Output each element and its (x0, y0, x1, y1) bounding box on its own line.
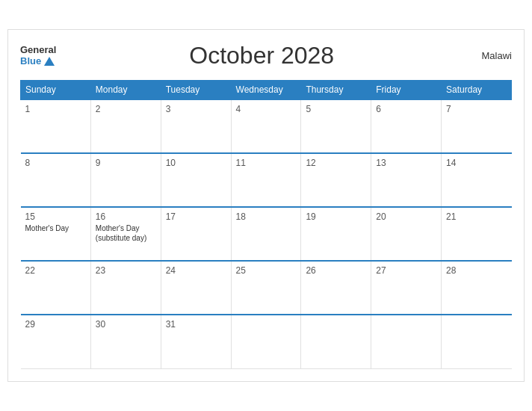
logo-general-text: General (20, 45, 56, 55)
calendar-cell: 22 (21, 261, 91, 315)
country-label: Malawi (467, 50, 512, 61)
logo-triangle-icon (44, 57, 55, 66)
calendar-cell: 6 (371, 99, 442, 153)
calendar-cell: 15Mother's Day (21, 207, 91, 261)
calendar-cell: 18 (231, 207, 301, 261)
day-number: 29 (25, 319, 86, 330)
calendar-cell: 17 (161, 207, 231, 261)
day-number: 23 (96, 265, 156, 276)
week-row-3: 15Mother's Day16Mother's Day (substitute… (21, 207, 512, 261)
calendar-cell: 30 (90, 315, 161, 368)
week-row-2: 891011121314 (21, 153, 512, 207)
calendar-cell: 28 (442, 261, 512, 315)
calendar-cell: 3 (161, 99, 231, 153)
day-number: 3 (166, 104, 226, 114)
calendar-cell (442, 315, 512, 368)
day-number: 22 (25, 265, 86, 276)
day-number: 27 (376, 265, 436, 276)
calendar-cell: 7 (442, 99, 512, 153)
calendar-title: October 2028 (56, 42, 467, 69)
day-number: 18 (236, 211, 297, 222)
day-number: 12 (306, 158, 366, 168)
holiday-label: Mother's Day (25, 223, 86, 233)
header-sunday: Sunday (21, 81, 91, 100)
calendar-cell: 29 (21, 315, 91, 368)
calendar-header: General Blue October 2028 Malawi (20, 42, 512, 69)
day-number: 20 (376, 211, 436, 222)
calendar-cell: 26 (301, 261, 371, 315)
calendar-container: General Blue October 2028 Malawi Sunday … (7, 29, 525, 382)
calendar-cell: 16Mother's Day (substitute day) (90, 207, 161, 261)
calendar-cell: 1 (21, 99, 91, 153)
calendar-cell: 21 (442, 207, 512, 261)
day-number: 11 (236, 158, 297, 168)
header-tuesday: Tuesday (161, 81, 231, 100)
day-number: 31 (166, 319, 226, 330)
calendar-cell: 20 (371, 207, 442, 261)
day-number: 7 (446, 104, 507, 114)
calendar-cell: 2 (90, 99, 161, 153)
holiday-label: Mother's Day (substitute day) (96, 223, 156, 243)
calendar-cell: 25 (231, 261, 301, 315)
week-row-4: 22232425262728 (21, 261, 512, 315)
calendar-cell (231, 315, 301, 368)
day-number: 4 (236, 104, 297, 114)
day-number: 30 (96, 319, 156, 330)
calendar-cell: 8 (21, 153, 91, 207)
day-number: 25 (236, 265, 297, 276)
calendar-cell: 11 (231, 153, 301, 207)
days-header-row: Sunday Monday Tuesday Wednesday Thursday… (21, 81, 512, 100)
day-number: 14 (446, 158, 507, 168)
day-number: 13 (376, 158, 436, 168)
day-number: 21 (446, 211, 507, 222)
week-row-5: 293031 (21, 315, 512, 368)
calendar-cell: 5 (301, 99, 371, 153)
day-number: 2 (96, 104, 156, 114)
logo-blue-text: Blue (20, 56, 41, 67)
calendar-cell: 13 (371, 153, 442, 207)
day-number: 17 (166, 211, 226, 222)
day-number: 15 (25, 211, 86, 222)
day-number: 28 (446, 265, 507, 276)
day-number: 19 (306, 211, 366, 222)
day-number: 1 (25, 104, 86, 114)
header-thursday: Thursday (301, 81, 371, 100)
calendar-cell (371, 315, 442, 368)
day-number: 24 (166, 265, 226, 276)
day-number: 6 (376, 104, 436, 114)
calendar-cell: 23 (90, 261, 161, 315)
calendar-cell: 27 (371, 261, 442, 315)
logo: General Blue (20, 45, 56, 67)
calendar-cell: 31 (161, 315, 231, 368)
day-number: 26 (306, 265, 366, 276)
header-friday: Friday (371, 81, 442, 100)
day-number: 9 (96, 158, 156, 168)
day-number: 16 (96, 211, 156, 222)
calendar-cell (301, 315, 371, 368)
day-number: 5 (306, 104, 366, 114)
calendar-cell: 10 (161, 153, 231, 207)
calendar-cell: 12 (301, 153, 371, 207)
header-monday: Monday (90, 81, 161, 100)
calendar-cell: 14 (442, 153, 512, 207)
header-saturday: Saturday (442, 81, 512, 100)
calendar-cell: 19 (301, 207, 371, 261)
calendar-grid: Sunday Monday Tuesday Wednesday Thursday… (20, 80, 512, 369)
day-number: 10 (166, 158, 226, 168)
header-wednesday: Wednesday (231, 81, 301, 100)
calendar-cell: 24 (161, 261, 231, 315)
calendar-cell: 9 (90, 153, 161, 207)
day-number: 8 (25, 158, 86, 168)
week-row-1: 1234567 (21, 99, 512, 153)
calendar-cell: 4 (231, 99, 301, 153)
